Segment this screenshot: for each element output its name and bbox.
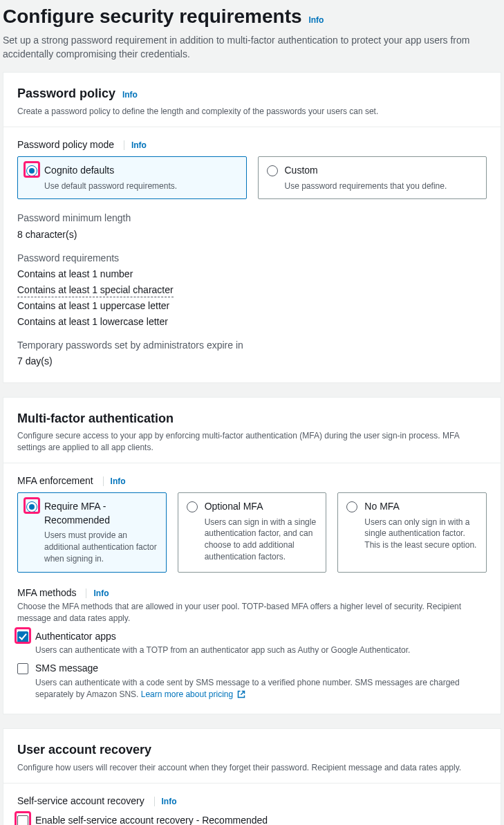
mfa-title: Multi-factor authentication xyxy=(17,411,174,425)
mfa-methods-info-link[interactable]: Info xyxy=(86,588,109,598)
radio-icon xyxy=(346,501,357,512)
page-description: Set up a strong password requirement in … xyxy=(3,34,501,61)
external-link-icon xyxy=(237,690,245,698)
page-header: Configure security requirements Info Set… xyxy=(3,0,501,72)
mfa-methods-label: MFA methods xyxy=(17,587,77,598)
radio-icon xyxy=(267,165,278,176)
radio-nomfa-title: No MFA xyxy=(364,500,478,514)
mfa-enforcement-label: MFA enforcement xyxy=(17,475,93,486)
password-policy-description: Create a password policy to define the l… xyxy=(17,106,487,118)
check-self-title: Enable self-service account recovery - R… xyxy=(35,814,487,825)
checkbox-enable-self-service[interactable] xyxy=(17,815,28,825)
self-service-label: Self-service account recovery xyxy=(17,795,144,806)
self-service-info-link[interactable]: Info xyxy=(154,797,177,806)
radio-nomfa-desc: Users can only sign in with a single aut… xyxy=(364,517,478,551)
radio-custom-desc: Use password requirements that you defin… xyxy=(285,180,447,192)
requirement-item: Contains at least 1 special character xyxy=(17,284,487,298)
checkbox-sms-message[interactable] xyxy=(17,663,28,674)
requirement-item: Contains at least 1 number xyxy=(17,268,487,281)
page-title: Configure security requirements xyxy=(3,6,302,27)
radio-require-mfa[interactable]: Require MFA - Recommended Users must pro… xyxy=(17,492,167,573)
radio-optional-title: Optional MFA xyxy=(205,500,318,514)
radio-optional-desc: Users can sign in with a single authenti… xyxy=(205,517,318,563)
mfa-panel: Multi-factor authentication Configure se… xyxy=(3,397,501,715)
check-sms-title: SMS message xyxy=(35,662,487,676)
radio-defaults-desc: Use default password requirements. xyxy=(44,180,177,192)
check-authapp-title: Authenticator apps xyxy=(35,630,410,644)
recovery-panel: User account recovery Configure how user… xyxy=(3,728,501,825)
radio-custom-title: Custom xyxy=(285,164,447,178)
mfa-description: Configure secure access to your app by e… xyxy=(17,430,487,454)
check-authapp-desc: Users can authenticate with a TOTP from … xyxy=(35,645,410,656)
temp-password-value: 7 day(s) xyxy=(17,355,487,369)
radio-cognito-defaults[interactable]: Cognito defaults Use default password re… xyxy=(17,156,247,199)
min-length-label: Password minimum length xyxy=(17,212,487,225)
temp-password-label: Temporary passwords set by administrator… xyxy=(17,339,487,353)
password-policy-panel: Password policy Info Create a password p… xyxy=(3,72,501,382)
mfa-enforcement-info-link[interactable]: Info xyxy=(103,476,126,486)
page-info-link[interactable]: Info xyxy=(308,15,324,25)
requirements-label: Password requirements xyxy=(17,252,487,266)
radio-no-mfa[interactable]: No MFA Users can only sign in with a sin… xyxy=(337,492,487,573)
radio-icon xyxy=(26,501,37,512)
requirement-item: Contains at least 1 uppercase letter xyxy=(17,299,487,313)
radio-icon xyxy=(26,165,37,176)
password-mode-info-link[interactable]: Info xyxy=(124,140,147,150)
radio-optional-mfa[interactable]: Optional MFA Users can sign in with a si… xyxy=(178,492,327,573)
recovery-description: Configure how users will recover their a… xyxy=(17,762,487,774)
check-sms-desc: Users can authenticate with a code sent … xyxy=(35,677,487,701)
password-policy-info-link[interactable]: Info xyxy=(122,90,138,100)
password-policy-title: Password policy xyxy=(17,86,115,100)
recovery-title: User account recovery xyxy=(17,743,151,757)
radio-icon xyxy=(187,501,198,512)
radio-defaults-title: Cognito defaults xyxy=(44,164,177,178)
radio-require-title: Require MFA - Recommended xyxy=(44,500,158,527)
min-length-value: 8 character(s) xyxy=(17,228,487,242)
password-mode-label: Password policy mode xyxy=(17,139,114,150)
mfa-methods-description: Choose the MFA methods that are allowed … xyxy=(17,601,487,624)
learn-more-pricing-link[interactable]: Learn more about pricing xyxy=(141,689,245,699)
checkbox-authenticator-apps[interactable] xyxy=(17,631,28,642)
radio-custom[interactable]: Custom Use password requirements that yo… xyxy=(258,156,487,199)
radio-require-desc: Users must provide an additional authent… xyxy=(44,530,158,564)
requirement-item: Contains at least 1 lowercase letter xyxy=(17,315,487,329)
